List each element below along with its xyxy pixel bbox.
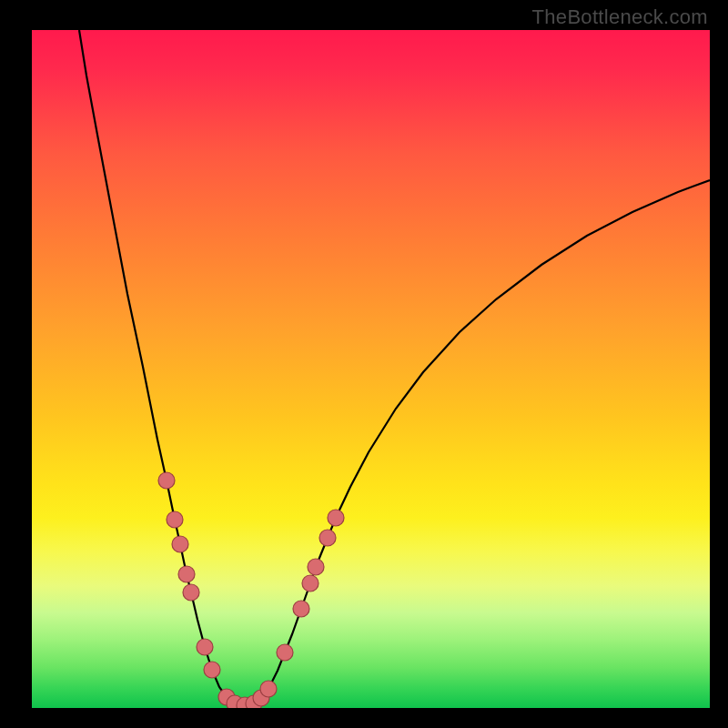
curve-marker [319, 530, 336, 546]
curve-marker [178, 566, 195, 582]
curve-marker [183, 584, 199, 601]
curve-marker [302, 575, 318, 592]
curve-marker [172, 536, 188, 552]
chart-container: TheBottleneck.com [0, 0, 728, 728]
curve-markers [158, 472, 344, 708]
watermark-label: TheBottleneck.com [532, 5, 708, 29]
curve-marker [328, 510, 344, 526]
curve-marker [204, 662, 220, 678]
curve-marker [158, 472, 175, 489]
curve-marker [167, 511, 183, 528]
curve-marker [197, 639, 213, 655]
curve-marker [293, 601, 309, 617]
bottleneck-curve [79, 30, 710, 705]
plot-area [32, 30, 710, 708]
curve-marker [260, 681, 277, 697]
curve-marker [277, 644, 293, 661]
curve-marker [308, 559, 324, 575]
curve-layer [32, 30, 710, 708]
